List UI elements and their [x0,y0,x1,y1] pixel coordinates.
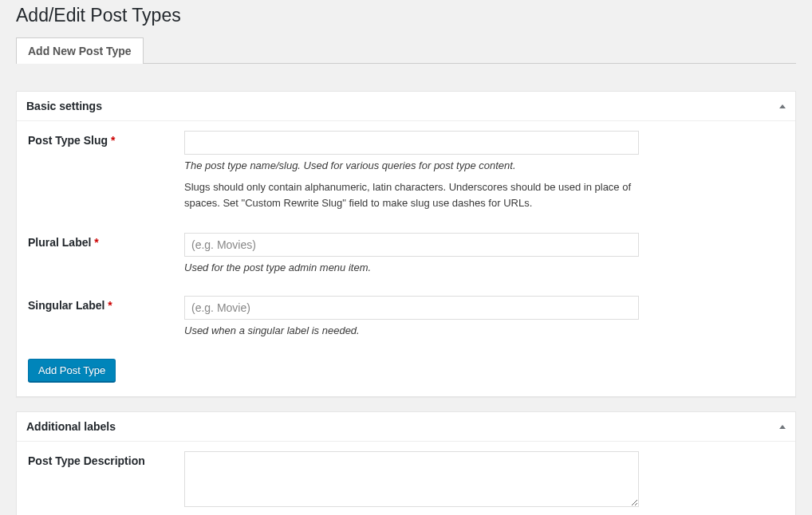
help-plural: Used for the post type admin menu item. [184,261,639,273]
collapse-icon[interactable] [779,425,786,429]
label-plural-text: Plural Label [28,236,91,249]
help-slug-2: Slugs should only contain alphanumeric, … [184,179,639,210]
panel-basic-header: Basic settings [17,92,795,121]
label-singular: Singular Label * [28,296,184,312]
required-asterisk: * [108,299,112,312]
panel-basic-title: Basic settings [26,100,102,112]
add-post-type-button[interactable]: Add Post Type [28,359,116,382]
row-post-type-description: Post Type Description Perhaps describe w… [28,451,784,515]
label-post-type-slug-text: Post Type Slug [28,134,108,147]
panel-basic-settings: Basic settings Post Type Slug * The post… [16,91,796,397]
page-title: Add/Edit Post Types [16,5,796,26]
label-description: Post Type Description [28,451,184,467]
help-singular: Used when a singular label is needed. [184,324,639,336]
singular-label-input[interactable] [184,296,639,320]
label-plural: Plural Label * [28,233,184,249]
tab-bar: Add New Post Type [16,37,796,64]
row-singular-label: Singular Label * Used when a singular la… [28,296,784,336]
required-asterisk: * [111,134,115,147]
plural-label-input[interactable] [184,233,639,257]
panel-additional-title: Additional labels [26,420,116,433]
required-asterisk: * [94,236,98,249]
row-plural-label: Plural Label * Used for the post type ad… [28,233,784,273]
panel-additional-labels: Additional labels Post Type Description … [16,411,796,515]
post-type-slug-input[interactable] [184,131,639,155]
label-post-type-slug: Post Type Slug * [28,131,184,147]
help-slug-1: The post type name/slug. Used for variou… [184,159,639,171]
post-type-description-textarea[interactable] [184,451,639,507]
collapse-icon[interactable] [779,104,786,108]
tab-add-new-post-type[interactable]: Add New Post Type [16,37,144,64]
row-post-type-slug: Post Type Slug * The post type name/slug… [28,131,784,210]
panel-additional-header: Additional labels [17,412,795,442]
label-singular-text: Singular Label [28,299,104,312]
